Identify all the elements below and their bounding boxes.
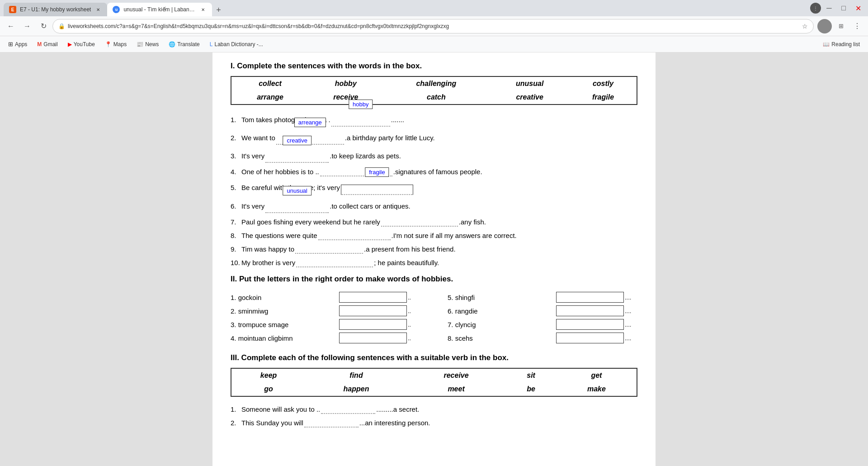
word3-keep: keep [231, 369, 306, 382]
youtube-icon: ▶ [68, 41, 72, 48]
sentence-2-tooltip: arreange [294, 118, 326, 127]
sentence-iii-2-input[interactable] [304, 418, 359, 428]
chrome-menu-icon[interactable]: ⋮ [810, 3, 821, 14]
bookmark-translate[interactable]: 🌐 Translate [164, 38, 204, 51]
sentence-3: 3. It's very creative .to keep lizards a… [231, 148, 637, 163]
section-2: II. Put the letters in the right order t… [231, 275, 637, 346]
word-arrange: arrange [231, 90, 309, 104]
translate-icon: 🌐 [169, 41, 175, 48]
maximize-button[interactable]: □ [837, 2, 850, 14]
sentence-6-input[interactable] [265, 203, 329, 213]
anagram-row-3: 3. trompuce smage .. [231, 319, 420, 330]
bookmark-laban[interactable]: L Laban Dictionary -... [205, 38, 268, 51]
extensions-button[interactable]: ⊞ [834, 19, 848, 33]
worksheet-container: I. Complete the sentences with the words… [212, 52, 656, 466]
browser-frame: E E7 - U1: My hobby worksheet ✕ u unusua… [0, 0, 868, 466]
word-challenging: challenging [383, 77, 490, 90]
back-button[interactable]: ← [4, 19, 18, 33]
sentence-7-input[interactable] [381, 217, 458, 227]
word-box-3: keep find receive sit get go happen meet… [231, 368, 637, 397]
sentence-8-input[interactable] [318, 230, 391, 240]
anagram-input-8[interactable] [556, 333, 624, 343]
anagram-row-7: 7. clyncig .... [448, 319, 637, 330]
bookmark-news[interactable]: 📰 News [132, 38, 163, 51]
laban-icon: L [210, 41, 213, 48]
bookmark-gmail[interactable]: M Gmail [33, 38, 62, 51]
anagram-row-8: 8. scehs .... [448, 333, 637, 343]
reload-button[interactable]: ↻ [36, 19, 51, 33]
title-bar: E E7 - U1: My hobby worksheet ✕ u unusua… [0, 0, 868, 16]
sentence-iii-1: 1. Someone will ask you to .. .........a… [231, 404, 637, 414]
chrome-menu-button[interactable]: ⋮ [850, 19, 864, 33]
minimize-button[interactable]: ─ [823, 2, 835, 14]
gmail-icon: M [37, 41, 42, 48]
word3-receive: receive [407, 369, 506, 382]
profile-button[interactable] [817, 19, 832, 33]
anagram-input-7[interactable] [556, 319, 624, 330]
anagram-input-4[interactable] [339, 333, 407, 343]
section-1-title: I. Complete the sentences with the words… [231, 62, 637, 71]
word3-make: make [557, 382, 637, 396]
reading-list-icon: 📖 [823, 41, 830, 48]
tab-1-close[interactable]: ✕ [94, 6, 102, 13]
sentence-7: 7. Paul goes fishing every weekend but h… [231, 217, 637, 227]
word3-be: be [505, 382, 556, 396]
new-tab-button[interactable]: + [212, 4, 225, 16]
lock-icon: 🔒 [58, 23, 65, 29]
address-bar[interactable]: 🔒 liveworksheets.com/c?a=s&g=7&s=English… [52, 19, 814, 33]
reading-list-button[interactable]: 📖 Reading list [818, 38, 864, 51]
tab-group: E E7 - U1: My hobby worksheet ✕ u unusua… [4, 0, 808, 16]
word-creative: creative [490, 90, 570, 104]
bookmark-apps[interactable]: ⊞ Apps [4, 38, 32, 51]
anagram-input-6[interactable] [556, 305, 624, 316]
word-fragile: fragile [570, 90, 637, 104]
word-catch: catch [383, 90, 490, 104]
anagram-input-2[interactable] [339, 305, 407, 316]
sentence-9: 9. Tim was happy to .a present from his … [231, 244, 637, 254]
anagram-col-2: 5. shingfi .... 6. rangdie .... 7. clync… [448, 289, 637, 346]
bookmark-maps[interactable]: 📍 Maps [100, 38, 131, 51]
anagram-columns: 1. gockoin .. 2. sminmiwg .. 3. trompuce… [231, 289, 637, 346]
section-3-title: III. Complete each of the following sent… [231, 353, 637, 362]
word-hobby: hobby [309, 77, 382, 90]
nav-bar: ← → ↻ 🔒 liveworksheets.com/c?a=s&g=7&s=E… [0, 16, 868, 36]
page-content: I. Complete the sentences with the words… [0, 52, 868, 466]
close-button[interactable]: ✕ [852, 2, 864, 14]
sentence-iii-1-input[interactable] [321, 404, 375, 414]
word-costly: costly [570, 77, 637, 90]
tab-1[interactable]: E E7 - U1: My hobby worksheet ✕ [4, 3, 107, 16]
word3-go: go [231, 382, 306, 396]
section-3: III. Complete each of the following sent… [231, 353, 637, 428]
sentence-1-input[interactable] [331, 117, 390, 127]
bookmark-youtube[interactable]: ▶ YouTube [63, 38, 99, 51]
word3-sit: sit [505, 369, 556, 382]
anagram-row-6: 6. rangdie .... [448, 305, 637, 316]
tab-2[interactable]: u unusual - Tìm kiếm | Laban Dict... ✕ [107, 3, 212, 16]
bookmark-star-icon[interactable]: ☆ [802, 23, 808, 30]
sentence-3-input[interactable] [265, 153, 329, 163]
apps-icon: ⊞ [8, 41, 13, 48]
word-box-1: collect hobby challenging unusual costly… [231, 76, 637, 105]
sentence-9-input[interactable] [295, 244, 363, 254]
sentence-iii-2: 2. This Sunday you will ...an interestin… [231, 418, 637, 428]
address-text: liveworksheets.com/c?a=s&g=7&s=English&t… [68, 23, 799, 29]
anagram-col-1: 1. gockoin .. 2. sminmiwg .. 3. trompuce… [231, 289, 420, 346]
anagram-row-4: 4. mointuan cligbimn .. [231, 333, 420, 343]
anagram-input-5[interactable] [556, 292, 624, 303]
word-unusual: unusual [490, 77, 570, 90]
anagram-input-3[interactable] [339, 319, 407, 330]
maps-icon: 📍 [105, 41, 112, 48]
anagram-input-1[interactable] [339, 292, 407, 303]
forward-button[interactable]: → [20, 19, 34, 33]
news-icon: 📰 [137, 41, 143, 48]
sentence-10-input[interactable] [296, 257, 373, 267]
tab-1-title: E7 - U1: My hobby worksheet [20, 6, 91, 13]
sentence-5-input[interactable] [341, 185, 413, 195]
word3-meet: meet [407, 382, 506, 396]
tab-2-title: unusual - Tìm kiếm | Laban Dict... [123, 6, 196, 13]
sentence-6: 6. It's very unusual .to collect cars or… [231, 199, 637, 213]
sentence-4: 4. One of her hobbies is to .. .signatur… [231, 166, 637, 176]
tab-2-close[interactable]: ✕ [199, 6, 207, 13]
word3-find: find [306, 369, 407, 382]
anagram-row-5: 5. shingfi .... [448, 292, 637, 303]
